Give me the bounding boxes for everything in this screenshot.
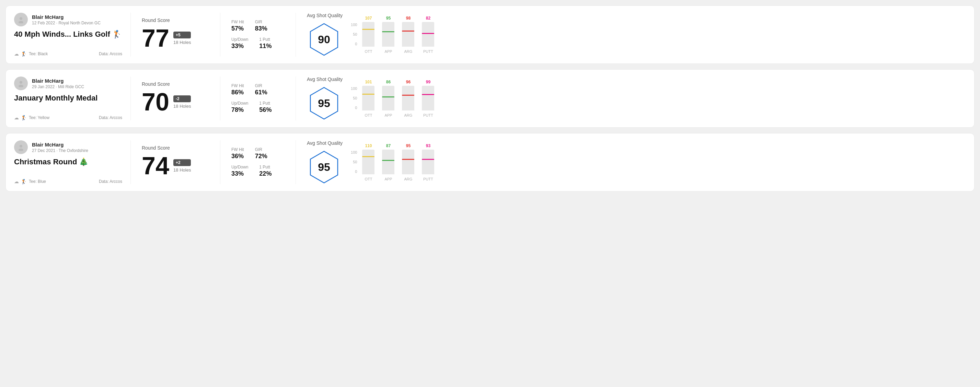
updown-label: Up/Down <box>231 37 248 42</box>
bar-accent <box>362 156 374 157</box>
score-big: 74 <box>142 153 169 178</box>
bar-x-label: APP <box>385 177 392 181</box>
bar-group: 101 OTT <box>360 79 377 117</box>
score-row: 74 +2 18 Holes <box>142 153 209 178</box>
gir-value: 61% <box>255 89 267 96</box>
bar-group: 95 ARG <box>399 143 417 181</box>
bar-group: 95 APP <box>380 16 397 54</box>
svg-point-3 <box>19 85 23 87</box>
bar-chart: 100 50 0 110 OTT 87 APP 95 ARG 93 <box>351 143 966 181</box>
quality-col: Avg Shot Quality 95 <box>307 76 342 121</box>
stats-row-top: FW Hit 36% GIR 72% <box>231 147 285 160</box>
bar-value: 95 <box>406 143 410 148</box>
bar-x-label: OTT <box>364 177 372 181</box>
bar-accent <box>362 94 374 95</box>
bar-wrapper <box>402 22 414 47</box>
putt-value: 56% <box>259 106 272 114</box>
score-badge-col: +2 18 Holes <box>173 159 191 173</box>
user-info: Blair McHarg 29 Jan 2022 · Mill Ride GCC <box>14 76 122 90</box>
footer-info: ☁ 🏌 Tee: Yellow Data: Arccos <box>14 115 122 121</box>
data-source: Data: Arccos <box>99 51 122 56</box>
bar-value: 110 <box>365 143 372 148</box>
bar-group: 93 PUTT <box>420 143 437 181</box>
bar-fill <box>422 159 434 174</box>
svg-point-1 <box>19 21 23 23</box>
bar-fill <box>362 29 374 47</box>
fw-hit-label: FW Hit <box>231 83 244 88</box>
quality-score: 95 <box>318 97 330 110</box>
stats-row-top: FW Hit 86% GIR 61% <box>231 83 285 96</box>
bar-chart: 100 50 0 101 OTT 86 APP 96 ARG 99 <box>351 79 966 117</box>
bar-value: 82 <box>426 16 430 21</box>
bar-fill <box>382 160 395 174</box>
svg-point-5 <box>19 149 23 151</box>
score-badge: -2 <box>173 95 191 102</box>
bar-x-label: APP <box>385 49 392 54</box>
bar-accent <box>382 31 395 32</box>
y-label-0: 0 <box>355 42 357 46</box>
bar-accent <box>422 33 434 34</box>
stats-row-bottom: Up/Down 33% 1 Putt 22% <box>231 165 285 178</box>
y-labels: 100 50 0 <box>351 23 357 54</box>
y-label-100: 100 <box>351 150 357 154</box>
bar-value: 101 <box>365 79 372 84</box>
bag-icon: 🏌 <box>21 179 27 184</box>
hexagon-container: 95 <box>307 86 341 121</box>
gir-label: GIR <box>255 147 267 152</box>
bar-accent <box>382 160 395 161</box>
bar-wrapper <box>422 86 434 111</box>
round-score-label: Round Score <box>142 17 209 23</box>
tee-info: ☁ 🏌 Tee: Black <box>14 51 48 57</box>
putt-value: 22% <box>259 170 272 178</box>
fw-hit-label: FW Hit <box>231 147 244 152</box>
stats-section: FW Hit 57% GIR 83% Up/Down 33% 1 Putt 11… <box>220 13 296 57</box>
holes-label: 18 Holes <box>173 104 191 109</box>
updown-stat: Up/Down 33% <box>231 37 248 50</box>
bar-group: 99 PUTT <box>420 79 437 117</box>
right-section: Avg Shot Quality 90 100 50 0 107 <box>296 13 966 57</box>
score-badge: +2 <box>173 159 191 166</box>
svg-point-2 <box>19 81 22 84</box>
bar-accent <box>422 159 434 160</box>
bar-fill <box>382 31 395 47</box>
bar-group: 98 ARG <box>399 16 417 54</box>
user-date-course: 12 Feb 2022 · Royal North Devon GC <box>32 21 100 25</box>
right-section: Avg Shot Quality 95 100 50 0 110 <box>296 140 966 184</box>
putt-stat: 1 Putt 56% <box>259 101 272 114</box>
fw-hit-value: 86% <box>231 89 244 96</box>
bar-value: 99 <box>426 79 430 84</box>
user-name: Blair McHarg <box>32 14 100 20</box>
bar-wrapper <box>402 86 414 111</box>
y-labels: 100 50 0 <box>351 150 357 181</box>
gir-stat: GIR 72% <box>255 147 267 160</box>
round-score-label: Round Score <box>142 81 209 87</box>
bar-value: 86 <box>386 79 391 84</box>
bar-accent <box>402 30 414 32</box>
tee-label: Tee: Blue <box>29 179 46 184</box>
bar-accent <box>402 95 414 96</box>
avatar <box>14 76 28 90</box>
fw-hit-label: FW Hit <box>231 19 244 24</box>
quality-section: Avg Shot Quality 90 <box>307 13 342 57</box>
fw-hit-value: 36% <box>231 153 244 160</box>
svg-point-0 <box>19 17 22 20</box>
bar-accent <box>362 29 374 30</box>
weather-icon: ☁ <box>14 179 19 184</box>
user-name: Blair McHarg <box>32 78 84 84</box>
chart-section: 100 50 0 110 OTT 87 APP 95 ARG 93 <box>351 143 966 181</box>
bar-wrapper <box>422 22 434 47</box>
quality-section: Avg Shot Quality 95 <box>307 76 342 121</box>
user-info: Blair McHarg 27 Dec 2021 · The Oxfordshi… <box>14 140 122 154</box>
stats-section: FW Hit 86% GIR 61% Up/Down 78% 1 Putt 56… <box>220 76 296 121</box>
putt-label: 1 Putt <box>259 101 272 106</box>
round-title: 40 Mph Winds... Links Golf 🏌️ <box>14 30 122 39</box>
gir-stat: GIR 83% <box>255 19 267 32</box>
bar-value: 107 <box>365 16 372 21</box>
bar-group: 87 APP <box>380 143 397 181</box>
y-label-0: 0 <box>355 106 357 110</box>
putt-label: 1 Putt <box>259 37 272 42</box>
fw-hit-value: 57% <box>231 25 244 32</box>
user-details: Blair McHarg 29 Jan 2022 · Mill Ride GCC <box>32 78 84 89</box>
left-section: Blair McHarg 27 Dec 2021 · The Oxfordshi… <box>14 140 131 184</box>
bar-fill <box>382 97 395 111</box>
